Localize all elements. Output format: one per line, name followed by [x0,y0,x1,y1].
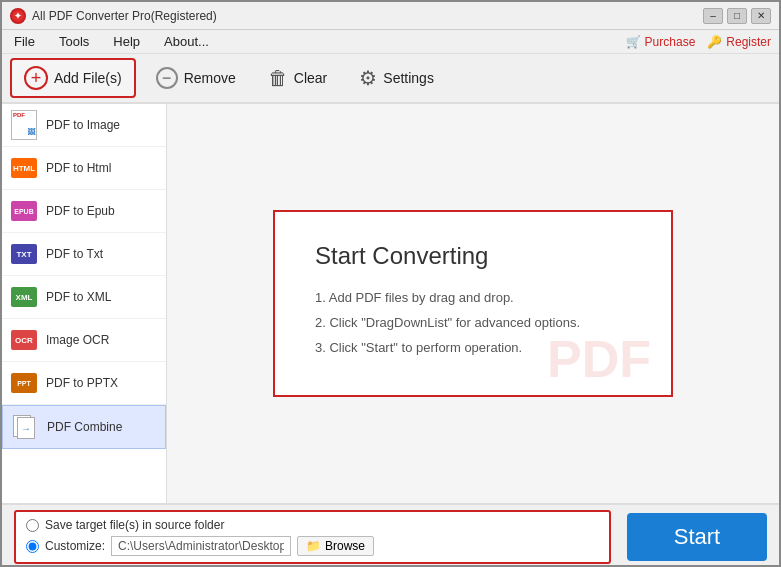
menu-help[interactable]: Help [109,32,144,51]
step-2: 2. Click "DragDownList" for advanced opt… [315,315,631,330]
app-title: All PDF Converter Pro(Registered) [32,9,703,23]
sidebar-label: PDF to PPTX [46,376,118,390]
register-link[interactable]: 🔑 Register [707,35,771,49]
sidebar-label: PDF to Image [46,118,120,132]
purchase-link[interactable]: 🛒 Purchase [626,35,696,49]
window-controls: – □ ✕ [703,8,771,24]
sidebar-item-pdf-to-html[interactable]: HTML PDF to Html [2,147,166,190]
sidebar-label: PDF to Html [46,161,111,175]
gear-icon: ⚙ [359,66,377,90]
pdf-watermark: PDF [547,333,651,385]
cart-icon: 🛒 [626,35,641,49]
close-button[interactable]: ✕ [751,8,771,24]
menu-file[interactable]: File [10,32,39,51]
add-icon: + [24,66,48,90]
step-1: 1. Add PDF files by drag and drop. [315,290,631,305]
image-ocr-icon: OCR [10,326,38,354]
trash-icon: 🗑 [268,67,288,90]
folder-icon: 📁 [306,539,321,553]
app-icon: ✦ [10,8,26,24]
browse-button[interactable]: 📁 Browse [297,536,374,556]
sidebar-label: PDF to Epub [46,204,115,218]
clear-button[interactable]: 🗑 Clear [256,61,339,96]
main-area: PDF 🖼 PDF to Image HTML PDF to Html EPUB… [2,104,779,503]
sidebar-item-pdf-to-xml[interactable]: XML PDF to XML [2,276,166,319]
path-input[interactable] [111,536,291,556]
start-converting-title: Start Converting [315,242,631,270]
key-icon: 🔑 [707,35,722,49]
settings-button[interactable]: ⚙ Settings [347,60,446,96]
register-label: Register [726,35,771,49]
remove-button[interactable]: – Remove [144,61,248,95]
menu-bar: File Tools Help About... 🛒 Purchase 🔑 Re… [2,30,779,54]
save-source-row: Save target file(s) in source folder [26,518,599,532]
remove-icon: – [156,67,178,89]
sidebar-label: Image OCR [46,333,109,347]
pdf-combine-icon: → [11,413,39,441]
sidebar-item-pdf-to-pptx[interactable]: PPT PDF to PPTX [2,362,166,405]
sidebar-item-image-ocr[interactable]: OCR Image OCR [2,319,166,362]
sidebar-item-pdf-to-epub[interactable]: EPUB PDF to Epub [2,190,166,233]
sidebar-item-pdf-to-txt[interactable]: TXT PDF to Txt [2,233,166,276]
customize-row: Customize: 📁 Browse [26,536,599,556]
sidebar: PDF 🖼 PDF to Image HTML PDF to Html EPUB… [2,104,167,503]
bottom-bar: Save target file(s) in source folder Cus… [2,503,779,567]
content-area: Start Converting 1. Add PDF files by dra… [167,104,779,503]
pdf-to-html-icon: HTML [10,154,38,182]
pdf-to-txt-icon: TXT [10,240,38,268]
pdf-to-image-icon: PDF 🖼 [10,111,38,139]
purchase-label: Purchase [645,35,696,49]
start-button[interactable]: Start [627,513,767,561]
start-converting-box: Start Converting 1. Add PDF files by dra… [273,210,673,397]
menu-tools[interactable]: Tools [55,32,93,51]
add-files-button[interactable]: + Add File(s) [10,58,136,98]
toolbar: + Add File(s) – Remove 🗑 Clear ⚙ Setting… [2,54,779,104]
sidebar-item-pdf-combine[interactable]: → PDF Combine [2,405,166,449]
sidebar-item-pdf-to-image[interactable]: PDF 🖼 PDF to Image [2,104,166,147]
save-source-label: Save target file(s) in source folder [45,518,224,532]
clear-label: Clear [294,70,327,86]
customize-label: Customize: [45,539,105,553]
sidebar-label: PDF to Txt [46,247,103,261]
customize-radio[interactable] [26,540,39,553]
title-bar: ✦ All PDF Converter Pro(Registered) – □ … [2,2,779,30]
menu-right-items: 🛒 Purchase 🔑 Register [626,35,771,49]
add-files-label: Add File(s) [54,70,122,86]
remove-label: Remove [184,70,236,86]
pdf-to-pptx-icon: PPT [10,369,38,397]
maximize-button[interactable]: □ [727,8,747,24]
pdf-to-epub-icon: EPUB [10,197,38,225]
save-source-radio[interactable] [26,519,39,532]
sidebar-label: PDF Combine [47,420,122,434]
pdf-to-xml-icon: XML [10,283,38,311]
browse-label: Browse [325,539,365,553]
menu-about[interactable]: About... [160,32,213,51]
settings-label: Settings [383,70,434,86]
minimize-button[interactable]: – [703,8,723,24]
sidebar-label: PDF to XML [46,290,111,304]
bottom-options-panel: Save target file(s) in source folder Cus… [14,510,611,564]
